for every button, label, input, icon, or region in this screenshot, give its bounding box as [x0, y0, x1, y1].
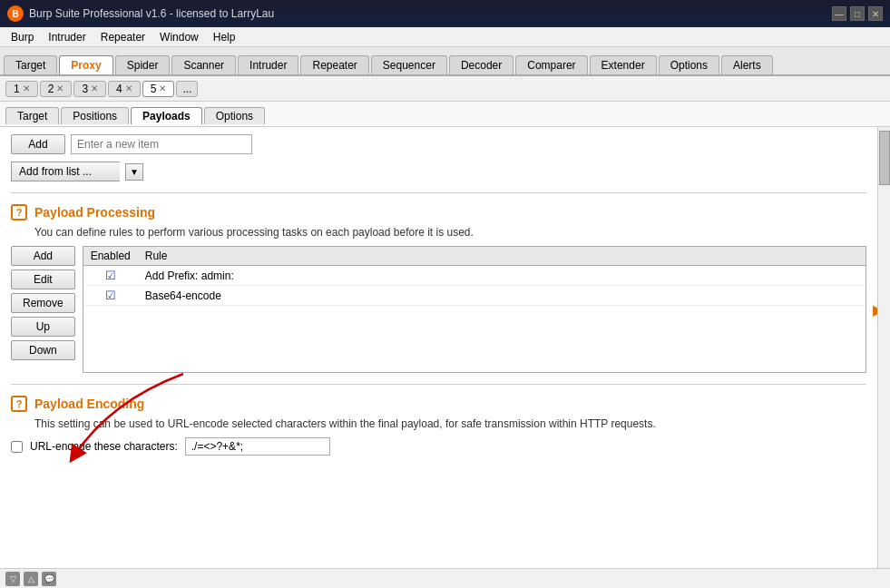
- new-item-input[interactable]: [71, 134, 252, 154]
- main-tab-spider[interactable]: Spider: [115, 55, 171, 74]
- num-tab-3[interactable]: 3 ✕: [73, 81, 106, 97]
- main-tabs: TargetProxySpiderScannerIntruderRepeater…: [0, 47, 890, 76]
- status-icon-2[interactable]: △: [24, 572, 38, 586]
- num-tab-close-2[interactable]: ✕: [56, 83, 64, 93]
- sub-tab-payloads[interactable]: Payloads: [131, 107, 202, 124]
- payload-processing-desc: You can define rules to perform various …: [34, 226, 866, 239]
- minimize-button[interactable]: —: [832, 6, 846, 21]
- sub-tabs: TargetPositionsPayloadsOptions: [0, 102, 890, 127]
- processing-remove-button[interactable]: Remove: [11, 293, 75, 313]
- status-bar: ▽ △ 💬: [0, 568, 890, 588]
- window-title: Burp Suite Professional v1.6 - licensed …: [29, 7, 274, 20]
- scrollbar-thumb[interactable]: [879, 131, 890, 185]
- payload-encoding-title: Payload Encoding: [34, 397, 144, 411]
- num-tab-5[interactable]: 5 ✕: [142, 81, 175, 97]
- burp-logo: B: [7, 5, 24, 22]
- menu-item-help[interactable]: Help: [206, 29, 243, 45]
- processing-down-button[interactable]: Down: [11, 340, 75, 360]
- payload-processing-heading: ? Payload Processing: [11, 204, 866, 220]
- status-icon-3[interactable]: 💬: [42, 572, 56, 586]
- processing-row-enabled-0[interactable]: ☑: [83, 266, 138, 286]
- main-tab-scanner[interactable]: Scanner: [171, 55, 236, 74]
- sub-tab-positions[interactable]: Positions: [61, 107, 129, 124]
- num-tab-1[interactable]: 1 ✕: [5, 81, 38, 97]
- menu-item-window[interactable]: Window: [152, 29, 206, 45]
- processing-add-button[interactable]: Add: [11, 246, 75, 266]
- processing-up-button[interactable]: Up: [11, 317, 75, 337]
- processing-buttons: Add Edit Remove Up Down: [11, 246, 75, 373]
- main-tab-proxy[interactable]: Proxy: [59, 55, 112, 74]
- url-encode-checkbox[interactable]: [11, 441, 23, 453]
- processing-container: Add Edit Remove Up Down Enabled Rule: [11, 246, 866, 373]
- status-icon-1[interactable]: ▽: [5, 572, 20, 586]
- main-tab-extender[interactable]: Extender: [590, 55, 657, 74]
- scrollbar-track[interactable]: [877, 127, 890, 568]
- add-item-button[interactable]: Add: [11, 134, 65, 154]
- num-tab-close-3[interactable]: ✕: [91, 83, 98, 93]
- menu-item-intruder[interactable]: Intruder: [41, 29, 93, 45]
- payload-encoding-heading: ? Payload Encoding: [11, 396, 866, 412]
- menu-item-repeater[interactable]: Repeater: [93, 29, 152, 45]
- main-tab-options[interactable]: Options: [659, 55, 719, 74]
- col-enabled: Enabled: [83, 247, 138, 266]
- processing-row-0[interactable]: ☑ Add Prefix: admin:: [83, 266, 866, 286]
- processing-row-1[interactable]: ☑ Base64-encode: [83, 286, 866, 306]
- title-controls: — □ ✕: [832, 6, 883, 21]
- processing-row-rule-1: Base64-encode: [138, 286, 866, 306]
- title-bar-left: B Burp Suite Professional v1.6 - license…: [7, 5, 274, 22]
- url-encode-label[interactable]: URL-encode these characters:: [30, 440, 178, 453]
- processing-edit-button[interactable]: Edit: [11, 270, 75, 289]
- encoding-row: URL-encode these characters:: [11, 437, 866, 456]
- payload-encoding-help[interactable]: ?: [11, 396, 27, 412]
- add-from-list-button[interactable]: Add from list ...: [11, 162, 120, 181]
- main-tab-repeater[interactable]: Repeater: [300, 55, 368, 74]
- processing-row-rule-0: Add Prefix: admin:: [138, 266, 866, 286]
- payload-encoding-desc: This setting can be used to URL-encode s…: [34, 417, 866, 430]
- num-tabs-ellipsis[interactable]: ...: [176, 81, 198, 97]
- menu-item-burp[interactable]: Burp: [4, 29, 41, 45]
- col-rule: Rule: [138, 247, 866, 266]
- divider-1: [11, 192, 866, 193]
- sub-tab-target[interactable]: Target: [5, 107, 59, 124]
- main-tab-decoder[interactable]: Decoder: [449, 55, 513, 74]
- maximize-button[interactable]: □: [850, 6, 865, 21]
- close-button[interactable]: ✕: [868, 6, 883, 21]
- add-from-list-dropdown[interactable]: ▼: [125, 163, 143, 181]
- main-tab-alerts[interactable]: Alerts: [721, 55, 773, 74]
- num-tab-2[interactable]: 2 ✕: [40, 81, 73, 97]
- menu-bar: BurpIntruderRepeaterWindowHelp: [0, 27, 890, 47]
- add-from-list-row: Add from list ... ▼: [11, 162, 866, 181]
- processing-table-wrap: Enabled Rule ☑ Add Prefix: admin: ☑ Base…: [83, 246, 866, 373]
- payload-processing-help[interactable]: ?: [11, 204, 27, 220]
- add-item-row: Add: [11, 134, 866, 154]
- num-tab-close-4[interactable]: ✕: [125, 83, 132, 93]
- payload-processing-title: Payload Processing: [34, 205, 155, 220]
- main-tab-comparer[interactable]: Comparer: [515, 55, 587, 74]
- main-tab-sequencer[interactable]: Sequencer: [371, 55, 447, 74]
- main-scroll[interactable]: Add Add from list ... ▼ ? Payload Proces…: [0, 127, 877, 568]
- num-tab-close-5[interactable]: ✕: [159, 83, 166, 93]
- url-encode-chars-input[interactable]: [185, 437, 330, 456]
- sub-tab-options[interactable]: Options: [204, 107, 265, 124]
- content-area: Add Add from list ... ▼ ? Payload Proces…: [0, 127, 890, 568]
- title-bar: B Burp Suite Professional v1.6 - license…: [0, 0, 890, 27]
- divider-2: [11, 384, 866, 385]
- num-tab-close-1[interactable]: ✕: [23, 83, 30, 93]
- processing-row-enabled-1[interactable]: ☑: [83, 286, 138, 306]
- main-tab-target[interactable]: Target: [4, 55, 57, 74]
- processing-table: Enabled Rule ☑ Add Prefix: admin: ☑ Base…: [83, 247, 866, 306]
- num-tab-4[interactable]: 4 ✕: [108, 81, 141, 97]
- main-tab-intruder[interactable]: Intruder: [238, 55, 298, 74]
- num-tabs: 1 ✕2 ✕3 ✕4 ✕5 ✕...: [0, 76, 890, 102]
